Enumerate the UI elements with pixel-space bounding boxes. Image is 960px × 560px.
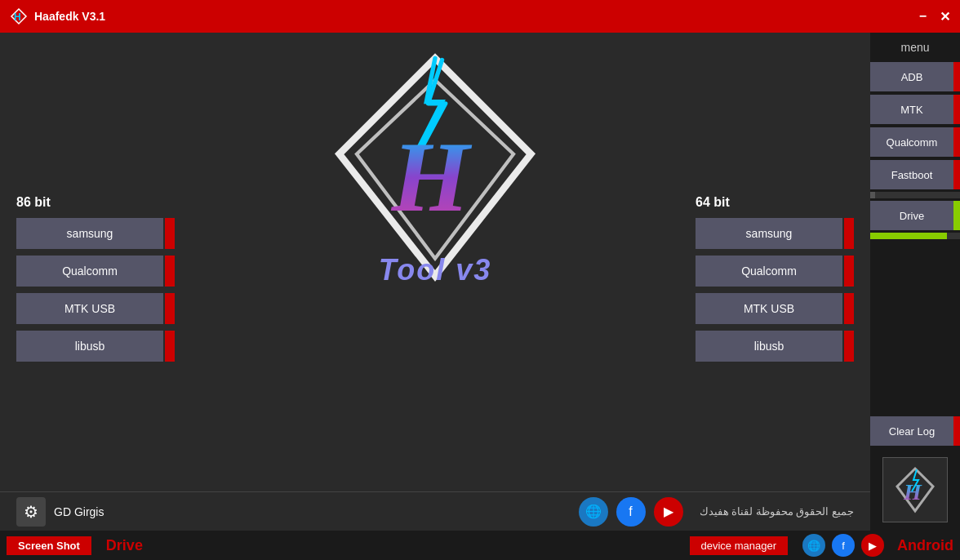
right-samsung-indicator — [844, 218, 854, 249]
taskbar-facebook-icon[interactable]: f — [832, 534, 855, 557]
left-mtk-indicator — [165, 293, 175, 324]
left-libusb-row: libusb — [16, 331, 175, 362]
right-bit-label: 64 bit — [696, 195, 854, 210]
adb-red-bar — [953, 62, 960, 91]
left-panel: 86 bit samsung Qualcomm MTK USB libusb — [16, 195, 175, 368]
taskbar-social-icons: 🌐 f ▶ — [802, 534, 884, 557]
fastboot-red-bar — [953, 160, 960, 189]
right-qualcomm-row: Qualcomm — [696, 256, 854, 287]
right-panel: 64 bit samsung Qualcomm MTK USB libusb — [696, 195, 854, 368]
left-samsung-row: samsung — [16, 218, 175, 249]
left-qualcomm-button[interactable]: Qualcomm — [16, 256, 163, 287]
main-area: 86 bit samsung Qualcomm MTK USB libusb — [0, 33, 960, 531]
fastboot-progress-bg — [870, 192, 960, 198]
drive-progress-bg — [870, 233, 960, 239]
mtk-btn-row: MTK — [870, 95, 960, 124]
youtube-icon[interactable]: ▶ — [654, 497, 683, 527]
logo-icon: H — [10, 7, 28, 25]
qualcomm-btn-row: Qualcomm — [870, 127, 960, 157]
left-libusb-indicator — [165, 331, 175, 362]
right-qualcomm-indicator — [844, 256, 854, 287]
drive-progress-fill — [870, 233, 947, 239]
right-samsung-row: samsung — [696, 218, 854, 249]
qualcomm-button[interactable]: Qualcomm — [870, 127, 953, 157]
svg-text:H: H — [391, 122, 473, 233]
mtk-red-bar — [953, 95, 960, 124]
svg-text:H: H — [14, 11, 21, 23]
clear-log-button[interactable]: Clear Log — [870, 416, 953, 446]
right-samsung-button[interactable]: samsung — [696, 218, 842, 249]
gear-icon[interactable]: ⚙ — [16, 497, 46, 527]
drive-button[interactable]: Drive — [870, 201, 953, 230]
social-icons: 🌐 f ▶ جميع الحقوق محفوظة لقناة هفيدك — [579, 497, 854, 527]
left-mtk-button[interactable]: MTK USB — [16, 293, 163, 324]
sidebar-logo-area: H — [870, 449, 960, 531]
left-mtk-row: MTK USB — [16, 293, 175, 324]
right-mtk-indicator — [844, 293, 854, 324]
clear-log-row: Clear Log — [870, 416, 960, 446]
device-manager-button[interactable]: device manager — [690, 536, 789, 555]
drive-green-bar — [953, 201, 960, 230]
drive-taskbar-label: Drive — [106, 537, 143, 554]
globe-icon[interactable]: 🌐 — [579, 497, 608, 527]
fastboot-btn-row: Fastboot — [870, 160, 960, 189]
arabic-rights-text: جميع الحقوق محفوظة لقناة هفيدك — [700, 505, 854, 518]
screenshot-button[interactable]: Screen Shot — [7, 536, 91, 555]
logo-area: H Tool v3 — [304, 41, 566, 287]
right-libusb-row: libusb — [696, 331, 854, 362]
sidebar-spacer — [870, 240, 960, 413]
right-qualcomm-button[interactable]: Qualcomm — [696, 256, 842, 287]
left-bit-label: 86 bit — [16, 195, 175, 210]
clear-log-red-bar — [953, 416, 960, 446]
app-title: Haafedk V3.1 — [34, 10, 105, 23]
left-qualcomm-indicator — [165, 256, 175, 287]
right-sidebar: menu ADB MTK Qualcomm Fastboot Drive — [870, 33, 960, 531]
left-qualcomm-row: Qualcomm — [16, 256, 175, 287]
android-label: Android — [897, 537, 953, 554]
user-name: GD Girgis — [54, 505, 104, 518]
qualcomm-red-bar — [953, 127, 960, 157]
minimize-button[interactable]: − — [919, 9, 927, 24]
taskbar: Screen Shot Drive device manager 🌐 f ▶ A… — [0, 531, 960, 560]
facebook-icon[interactable]: f — [616, 497, 646, 527]
adb-button[interactable]: ADB — [870, 62, 953, 91]
fastboot-button[interactable]: Fastboot — [870, 160, 953, 189]
taskbar-youtube-icon[interactable]: ▶ — [861, 534, 884, 557]
sidebar-logo-box: H — [882, 457, 948, 522]
svg-text:H: H — [903, 479, 922, 504]
left-libusb-button[interactable]: libusb — [16, 331, 163, 362]
titlebar: H Haafedk V3.1 − ✕ — [0, 0, 960, 33]
taskbar-globe-icon[interactable]: 🌐 — [802, 534, 825, 557]
mtk-button[interactable]: MTK — [870, 95, 953, 124]
window-controls: − ✕ — [919, 9, 950, 24]
left-samsung-indicator — [165, 218, 175, 249]
right-mtk-button[interactable]: MTK USB — [696, 293, 842, 324]
sidebar-logo-icon: H — [891, 465, 940, 514]
bottom-info: ⚙ GD Girgis 🌐 f ▶ جميع الحقوق محفوظة لقن… — [0, 491, 870, 531]
center-content: 86 bit samsung Qualcomm MTK USB libusb — [0, 33, 870, 531]
drive-btn-row: Drive — [870, 201, 960, 230]
close-button[interactable]: ✕ — [940, 9, 950, 24]
fastboot-progress-fill — [870, 192, 875, 198]
tool-label: Tool v3 — [379, 253, 492, 287]
sidebar-menu-label: menu — [870, 33, 960, 60]
right-libusb-indicator — [844, 331, 854, 362]
adb-btn-row: ADB — [870, 62, 960, 91]
left-samsung-button[interactable]: samsung — [16, 218, 163, 249]
right-mtk-row: MTK USB — [696, 293, 854, 324]
right-libusb-button[interactable]: libusb — [696, 331, 842, 362]
